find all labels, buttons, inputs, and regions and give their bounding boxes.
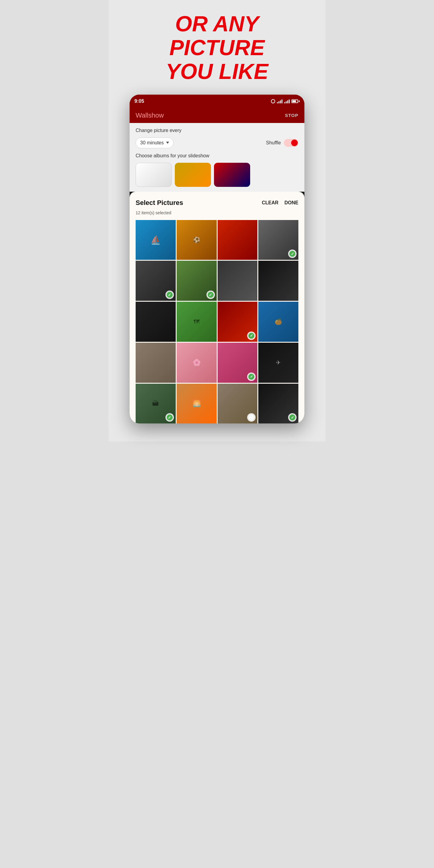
check-badge-4: ✓ <box>288 250 297 258</box>
photo-item-10[interactable] <box>177 302 217 342</box>
shuffle-row: Shuffle <box>266 139 299 147</box>
photo-item-2[interactable] <box>177 220 217 260</box>
interval-value: 30 minutes <box>140 140 164 146</box>
battery-icon <box>291 99 298 103</box>
photo-item-1[interactable] <box>135 220 176 260</box>
photo-item-8[interactable] <box>258 261 299 301</box>
interval-select[interactable]: 30 minutes <box>135 137 174 148</box>
status-time: 9:05 <box>134 98 144 104</box>
album-thumb-all[interactable] <box>135 163 172 187</box>
cellular-icon <box>284 99 290 103</box>
album-thumb-2[interactable] <box>175 163 211 187</box>
headline-line1: OR ANY PICTURE <box>127 12 307 60</box>
check-badge-5: ✓ <box>165 290 174 299</box>
select-pictures-dialog: Select Pictures CLEAR DONE 12 item(s) se… <box>130 192 304 424</box>
photo-item-13[interactable] <box>135 343 176 383</box>
check-badge-15: ✓ <box>247 373 255 381</box>
photo-grid: ✓ ✓ ✓ <box>135 220 299 424</box>
stop-button[interactable]: STOP <box>285 113 299 118</box>
dialog-actions: CLEAR DONE <box>262 200 299 206</box>
status-icons <box>271 99 300 103</box>
check-badge-20: ✓ <box>288 413 297 422</box>
app-content: Change picture every 30 minutes Shuffle … <box>130 123 304 192</box>
photo-item-20[interactable]: ✓ <box>258 384 299 424</box>
app-title: Wallshow <box>135 112 164 119</box>
check-badge-17: ✓ <box>165 413 174 422</box>
album-thumb-3[interactable] <box>214 163 250 187</box>
check-badge-11: ✓ <box>247 332 255 340</box>
dialog-title: Select Pictures <box>135 199 183 207</box>
photo-item-16[interactable] <box>258 343 299 383</box>
signal-icon <box>277 99 282 103</box>
photo-item-12[interactable] <box>258 302 299 342</box>
photo-item-7[interactable] <box>218 261 258 301</box>
photo-item-5[interactable]: ✓ <box>135 261 176 301</box>
selected-count: 12 item(s) selected <box>135 210 299 215</box>
page-wrapper: OR ANY PICTURE YOU LIKE 9:05 <box>108 0 326 441</box>
photo-item-11[interactable]: ✓ <box>218 302 258 342</box>
albums-row <box>135 163 299 187</box>
app-bar: Wallshow STOP <box>130 108 304 123</box>
photo-item-18[interactable] <box>177 384 217 424</box>
photo-item-9[interactable] <box>135 302 176 342</box>
clear-button[interactable]: CLEAR <box>262 200 278 206</box>
check-badge-19: ✓ <box>247 413 255 422</box>
photo-item-4[interactable]: ✓ <box>258 220 299 260</box>
chevron-down-icon <box>166 142 169 144</box>
headline-line2: YOU LIKE <box>127 60 307 84</box>
change-picture-label: Change picture every <box>135 128 299 133</box>
check-badge-6: ✓ <box>207 290 215 299</box>
shuffle-toggle[interactable] <box>284 139 299 147</box>
photo-item-19[interactable]: ✓ <box>218 384 258 424</box>
done-button[interactable]: DONE <box>284 200 299 206</box>
albums-label: Choose albums for your slideshow <box>135 153 299 158</box>
status-bar: 9:05 <box>130 95 304 108</box>
photo-item-15[interactable]: ✓ <box>218 343 258 383</box>
photo-item-6[interactable]: ✓ <box>177 261 217 301</box>
dialog-header: Select Pictures CLEAR DONE <box>135 199 299 207</box>
photo-item-3[interactable] <box>218 220 258 260</box>
photo-item-14[interactable] <box>177 343 217 383</box>
phone-frame: 9:05 <box>130 95 304 424</box>
shuffle-label: Shuffle <box>266 140 281 146</box>
headline: OR ANY PICTURE YOU LIKE <box>127 12 307 84</box>
interval-row: 30 minutes Shuffle <box>135 137 299 148</box>
photo-item-17[interactable]: ✓ <box>135 384 176 424</box>
notification-icon <box>271 99 275 103</box>
